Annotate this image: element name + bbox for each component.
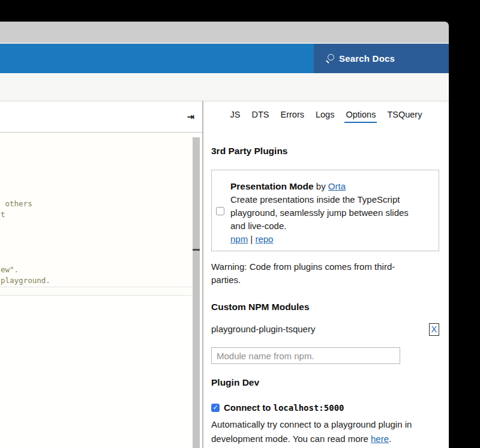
custom-npm-heading: Custom NPM Modules xyxy=(211,302,310,312)
read-more-here-link[interactable]: here xyxy=(371,434,389,444)
plugins-sidebar: JS DTS Errors Logs Options TSQuery 3rd P… xyxy=(203,101,449,448)
plugin-description-line: and live-code. xyxy=(230,221,286,231)
code-editor[interactable]: others t ew". playground. xyxy=(0,133,202,448)
plugin-by-label: by xyxy=(316,181,326,191)
remove-module-button[interactable]: X xyxy=(429,323,439,336)
editor-pane: ⇥ others t ew". playground. xyxy=(0,101,202,448)
sidebar-tab-bar: JS DTS Errors Logs Options TSQuery xyxy=(203,110,449,123)
localhost-address: localhost:5000 xyxy=(274,403,344,413)
module-name: playground-plugin-tsquery xyxy=(211,324,315,334)
plugin-card-text: Presentation Mode by Orta Create present… xyxy=(230,180,434,246)
editor-scrollbar[interactable] xyxy=(193,137,200,448)
plugin-npm-link[interactable]: npm xyxy=(230,234,248,244)
code-line: t xyxy=(1,210,5,219)
connect-label: Connect to localhost:5000 xyxy=(224,402,344,413)
tab-options[interactable]: Options xyxy=(344,110,377,123)
dock-sidebar-icon[interactable]: ⇥ xyxy=(187,112,194,122)
connect-localhost-checkbox[interactable] xyxy=(211,404,220,412)
plugin-title: Presentation Mode xyxy=(230,181,314,191)
tab-js[interactable]: JS xyxy=(229,110,242,123)
link-separator: | xyxy=(250,234,253,244)
module-name-input[interactable] xyxy=(211,347,400,364)
plugin-description-line: Create presentations inside the TypeScri… xyxy=(230,194,400,205)
code-line: ew". xyxy=(1,265,19,274)
plugin-card-presentation-mode: Presentation Mode by Orta Create present… xyxy=(211,170,439,251)
editor-toolbar: ⇥ xyxy=(0,101,202,133)
connect-localhost-row: Connect to localhost:5000 xyxy=(211,402,344,413)
module-list-item: playground-plugin-tsquery xyxy=(211,324,442,334)
site-navbar: Search Docs xyxy=(0,44,449,73)
tab-logs[interactable]: Logs xyxy=(314,110,335,123)
plugins-warning-text: Warning: Code from plugins comes from th… xyxy=(211,260,442,287)
plugin-dev-heading: Plugin Dev xyxy=(211,377,259,388)
search-docs-label: Search Docs xyxy=(339,53,395,64)
tab-errors[interactable]: Errors xyxy=(279,110,305,123)
tab-tsquery[interactable]: TSQuery xyxy=(386,110,423,123)
third-party-plugins-heading: 3rd Party Plugins xyxy=(211,146,287,157)
code-line: others xyxy=(1,199,32,208)
code-line: playground. xyxy=(1,276,50,285)
plugin-enable-checkbox[interactable] xyxy=(216,207,224,215)
plugin-description-line: playground, seamlessly jump between slid… xyxy=(230,208,409,218)
window-title-bar xyxy=(0,22,449,44)
plugin-dev-description: Automatically try connect to a playgroun… xyxy=(211,417,449,446)
search-docs-button[interactable]: Search Docs xyxy=(314,44,449,73)
tab-dts[interactable]: DTS xyxy=(250,110,270,123)
current-line-highlight xyxy=(0,287,200,296)
plugin-author-link[interactable]: Orta xyxy=(328,181,346,191)
plugin-repo-link[interactable]: repo xyxy=(255,234,273,244)
scrollbar-marker xyxy=(193,249,200,251)
playground-window: Search Docs ⇥ others t ew". playground. … xyxy=(0,0,480,448)
search-icon xyxy=(325,54,334,63)
editor-empty-area xyxy=(0,296,202,448)
